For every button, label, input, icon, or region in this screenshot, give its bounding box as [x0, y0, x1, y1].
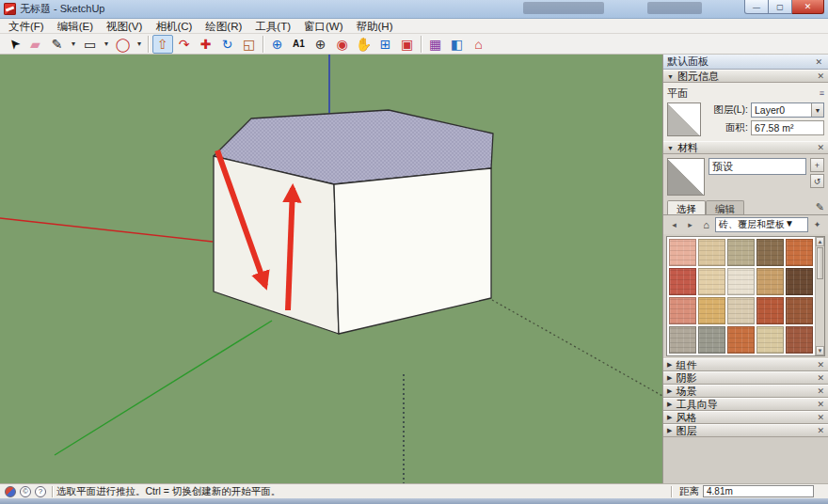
material-swatch[interactable] [756, 326, 784, 354]
pan-tool[interactable]: ✋ [354, 35, 374, 54]
menu-item[interactable]: 帮助(H) [350, 19, 400, 34]
material-swatch[interactable] [727, 326, 755, 354]
material-swatch[interactable] [786, 239, 813, 266]
close-button[interactable]: ✕ [792, 0, 824, 14]
menu-item[interactable]: 绘图(R) [199, 19, 248, 34]
menu-item[interactable]: 窗口(W) [297, 19, 350, 34]
material-swatch[interactable] [756, 268, 784, 295]
panel-close-icon[interactable]: ✕ [813, 57, 824, 67]
material-grid-scrollbar[interactable]: ▲ ▼ [815, 237, 824, 355]
eraser-tool[interactable]: ▰ [25, 35, 46, 54]
section-close-icon[interactable]: ✕ [817, 400, 824, 409]
circle-tool[interactable]: ◯ [113, 35, 134, 54]
section-close-icon[interactable]: ✕ [817, 143, 824, 152]
scroll-down-icon[interactable]: ▼ [816, 346, 824, 355]
tape-measure-tool[interactable]: ⊕ [267, 35, 288, 54]
chevron-down-icon[interactable]: ▼ [811, 103, 823, 117]
rectangle-tool[interactable]: ▭ [80, 35, 101, 54]
panel-section-collapsed[interactable]: ▶风格✕ [663, 411, 828, 424]
section-close-icon[interactable]: ✕ [817, 360, 824, 370]
material-swatch[interactable] [698, 239, 725, 266]
panel-section-collapsed[interactable]: ▶阴影✕ [663, 371, 828, 385]
section-header-materials[interactable]: ▼ 材料 ✕ [663, 141, 828, 154]
menu-item[interactable]: 工具(T) [248, 19, 297, 34]
material-swatch[interactable] [698, 268, 725, 295]
material-swatch[interactable] [786, 326, 813, 354]
material-swatch[interactable] [786, 268, 813, 295]
panel-section-collapsed[interactable]: ▶工具向导✕ [663, 398, 828, 411]
scale-tool[interactable]: ◱ [239, 35, 260, 54]
material-swatch[interactable] [669, 297, 696, 324]
set-default-material-button[interactable]: ↺ [810, 174, 824, 188]
material-swatch[interactable] [727, 239, 755, 266]
section-close-icon[interactable]: ✕ [817, 386, 824, 396]
scrollbar-thumb[interactable] [817, 247, 823, 279]
section-close-icon[interactable]: ✕ [817, 413, 824, 422]
hexagonal-prism[interactable] [214, 110, 493, 334]
section-close-icon[interactable]: ✕ [817, 426, 824, 435]
geolocation-icon[interactable] [5, 486, 16, 497]
back-arrow-icon[interactable]: ◂ [667, 218, 681, 232]
material-swatch[interactable] [669, 239, 696, 266]
forward-arrow-icon[interactable]: ▸ [683, 218, 697, 232]
zoom-window-tool[interactable]: ⊞ [375, 35, 396, 54]
select-tool[interactable]: ➤ [4, 35, 24, 54]
panel-section-collapsed[interactable]: ▶场景✕ [663, 385, 828, 398]
line-tool-dropdown[interactable]: ▾ [69, 35, 79, 54]
panel-section-collapsed[interactable]: ▶组件✕ [663, 358, 828, 371]
rectangle-tool-dropdown[interactable]: ▾ [102, 35, 112, 54]
create-material-button[interactable]: + [810, 158, 824, 172]
viewport-canvas[interactable] [0, 55, 662, 483]
viewport-3d[interactable] [0, 55, 662, 483]
menu-item[interactable]: 编辑(E) [51, 19, 100, 34]
line-tool[interactable]: ✎ [47, 35, 68, 54]
entity-details-icon[interactable]: ≡ [820, 88, 824, 98]
material-swatch[interactable] [786, 297, 813, 324]
measurement-area: 距离 4.81m [667, 485, 825, 498]
sample-paint-icon[interactable]: ✦ [810, 218, 824, 232]
material-swatch[interactable] [698, 326, 725, 354]
area-field[interactable]: 67.58 m² [751, 120, 824, 135]
section-close-icon[interactable]: ✕ [817, 71, 824, 81]
help-icon[interactable]: ? [35, 486, 46, 497]
in-model-icon[interactable]: ⌂ [699, 218, 713, 232]
menu-item[interactable]: 相机(C) [149, 19, 199, 34]
material-swatch[interactable] [756, 297, 784, 324]
material-swatch[interactable] [727, 297, 755, 324]
material-swatch[interactable] [756, 239, 784, 266]
move-tool[interactable]: ✚ [196, 35, 216, 54]
minimize-button[interactable]: — [744, 0, 769, 14]
zoom-extents-tool[interactable]: ▣ [397, 35, 418, 54]
material-swatch[interactable] [698, 297, 725, 324]
eyedropper-icon[interactable]: ✎ [816, 201, 824, 213]
material-swatch[interactable] [669, 268, 696, 295]
menu-item[interactable]: 文件(F) [2, 19, 51, 34]
scroll-up-icon[interactable]: ▲ [816, 237, 824, 246]
maximize-button[interactable]: ▢ [769, 0, 792, 14]
warehouse-button[interactable]: ⌂ [469, 35, 489, 54]
tab-edit[interactable]: 编辑 [706, 200, 744, 214]
materials-browser-button[interactable]: ▦ [425, 35, 446, 54]
pushpull-tool[interactable]: ⇧ [152, 35, 173, 54]
credits-icon[interactable]: © [20, 486, 31, 497]
material-swatch[interactable] [727, 268, 755, 295]
section-close-icon[interactable]: ✕ [817, 373, 824, 383]
material-swatch[interactable] [669, 326, 696, 354]
circle-tool-dropdown[interactable]: ▾ [135, 35, 145, 54]
zoom-tool[interactable]: ⊕ [310, 35, 331, 54]
chevron-down-icon[interactable]: ▼ [785, 218, 794, 231]
material-category-select[interactable]: 砖、覆层和壁板 ▼ [715, 217, 808, 232]
measurement-input[interactable]: 4.81m [703, 485, 814, 497]
tab-select[interactable]: 选择 [667, 200, 706, 214]
styles-browser-button[interactable]: ◧ [447, 35, 468, 54]
section-header-entity-info[interactable]: ▼ 图元信息 ✕ [663, 70, 828, 83]
layer-select[interactable]: Layer0 ▼ [751, 102, 824, 118]
dimension-tool[interactable]: A1 [289, 35, 310, 54]
rotate-tool[interactable]: ↻ [217, 35, 238, 54]
panel-section-collapsed[interactable]: ▶图层✕ [663, 424, 828, 437]
followme-tool[interactable]: ↷ [174, 35, 195, 54]
section-label: 图元信息 [677, 70, 719, 84]
menu-item[interactable]: 视图(V) [100, 19, 149, 34]
material-name-field[interactable]: 预设 [709, 158, 806, 175]
orbit-tool[interactable]: ◉ [332, 35, 353, 54]
